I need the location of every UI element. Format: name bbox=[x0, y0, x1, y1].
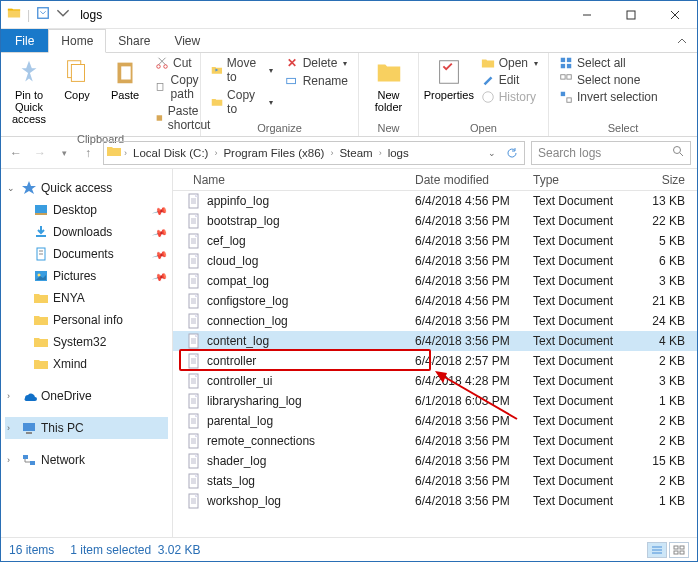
copy-button[interactable]: Copy bbox=[55, 55, 99, 103]
file-date: 6/4/2018 3:56 PM bbox=[409, 274, 527, 288]
breadcrumb[interactable]: Steam bbox=[335, 147, 376, 159]
svg-rect-11 bbox=[286, 78, 295, 83]
nav-this-pc[interactable]: › This PC bbox=[5, 417, 168, 439]
up-button[interactable]: ↑ bbox=[79, 144, 97, 162]
back-button[interactable]: ← bbox=[7, 144, 25, 162]
rename-button[interactable]: Rename bbox=[281, 73, 352, 89]
nav-onedrive[interactable]: › OneDrive bbox=[5, 385, 168, 407]
properties-button[interactable]: Properties bbox=[425, 55, 473, 103]
file-size: 2 KB bbox=[631, 414, 691, 428]
col-size[interactable]: Size bbox=[631, 173, 691, 187]
qat-dropdown-icon[interactable] bbox=[56, 6, 70, 23]
breadcrumb[interactable]: logs bbox=[384, 147, 413, 159]
column-headers[interactable]: Name Date modified Type Size bbox=[173, 169, 697, 191]
table-row[interactable]: appinfo_log6/4/2018 4:56 PMText Document… bbox=[173, 191, 697, 211]
forward-button[interactable]: → bbox=[31, 144, 49, 162]
view-details-button[interactable] bbox=[647, 542, 667, 558]
svg-rect-24 bbox=[35, 205, 47, 213]
sidebar-item[interactable]: Xmind bbox=[5, 353, 168, 375]
copy-to-button[interactable]: Copy to▾ bbox=[207, 87, 277, 117]
sidebar-item[interactable]: System32 bbox=[5, 331, 168, 353]
view-large-button[interactable] bbox=[669, 542, 689, 558]
minimize-button[interactable] bbox=[565, 1, 609, 29]
file-icon bbox=[187, 373, 201, 389]
table-row[interactable]: content_log6/4/2018 3:56 PMText Document… bbox=[173, 331, 697, 351]
file-size: 5 KB bbox=[631, 234, 691, 248]
search-input[interactable]: Search logs bbox=[531, 141, 691, 165]
table-row[interactable]: bootstrap_log6/4/2018 3:56 PMText Docume… bbox=[173, 211, 697, 231]
svg-point-8 bbox=[164, 65, 168, 69]
sidebar-item[interactable]: Personal info bbox=[5, 309, 168, 331]
sidebar-item[interactable]: Documents📌 bbox=[5, 243, 168, 265]
table-row[interactable]: remote_connections6/4/2018 3:56 PMText D… bbox=[173, 431, 697, 451]
file-icon bbox=[187, 473, 201, 489]
file-name: stats_log bbox=[207, 474, 255, 488]
table-row[interactable]: cef_log6/4/2018 3:56 PMText Document5 KB bbox=[173, 231, 697, 251]
open-button[interactable]: Open▾ bbox=[477, 55, 542, 71]
table-row[interactable]: connection_log6/4/2018 3:56 PMText Docum… bbox=[173, 311, 697, 331]
invert-selection-button[interactable]: Invert selection bbox=[555, 89, 662, 105]
table-row[interactable]: configstore_log6/4/2018 4:56 PMText Docu… bbox=[173, 291, 697, 311]
tab-file[interactable]: File bbox=[1, 29, 48, 52]
file-icon bbox=[187, 493, 201, 509]
nav-network[interactable]: › Network bbox=[5, 449, 168, 471]
breadcrumb[interactable]: Local Disk (C:) bbox=[129, 147, 212, 159]
file-type: Text Document bbox=[527, 454, 631, 468]
paste-button[interactable]: Paste bbox=[103, 55, 147, 103]
address-dropdown[interactable]: ⌄ bbox=[482, 147, 502, 159]
select-none-button[interactable]: Select none bbox=[555, 72, 662, 88]
nav-item-icon bbox=[33, 268, 49, 284]
col-name[interactable]: Name bbox=[173, 173, 409, 187]
table-row[interactable]: parental_log6/4/2018 3:56 PMText Documen… bbox=[173, 411, 697, 431]
pin-icon: 📌 bbox=[152, 202, 168, 218]
table-row[interactable]: controller_ui6/4/2018 4:28 PMText Docume… bbox=[173, 371, 697, 391]
nav-item-icon bbox=[33, 224, 49, 240]
file-icon bbox=[187, 213, 201, 229]
file-name: connection_log bbox=[207, 314, 288, 328]
tab-view[interactable]: View bbox=[162, 29, 212, 52]
maximize-button[interactable] bbox=[609, 1, 653, 29]
file-date: 6/4/2018 3:56 PM bbox=[409, 454, 527, 468]
new-folder-button[interactable]: New folder bbox=[365, 55, 412, 115]
nav-quick-access[interactable]: ⌄ Quick access bbox=[5, 177, 168, 199]
table-row[interactable]: workshop_log6/4/2018 3:56 PMText Documen… bbox=[173, 491, 697, 511]
col-date[interactable]: Date modified bbox=[409, 173, 527, 187]
svg-rect-34 bbox=[23, 455, 28, 459]
file-type: Text Document bbox=[527, 214, 631, 228]
breadcrumb[interactable]: Program Files (x86) bbox=[219, 147, 328, 159]
status-bar: 16 items 1 item selected 3.02 KB bbox=[1, 537, 697, 561]
table-row[interactable]: cloud_log6/4/2018 3:56 PMText Document6 … bbox=[173, 251, 697, 271]
table-row[interactable]: shader_log6/4/2018 3:56 PMText Document1… bbox=[173, 451, 697, 471]
sidebar-item[interactable]: Pictures📌 bbox=[5, 265, 168, 287]
svg-rect-0 bbox=[38, 8, 49, 19]
svg-rect-105 bbox=[674, 546, 678, 549]
file-type: Text Document bbox=[527, 474, 631, 488]
file-type: Text Document bbox=[527, 294, 631, 308]
pin-quick-access-button[interactable]: Pin to Quick access bbox=[7, 55, 51, 127]
select-all-button[interactable]: Select all bbox=[555, 55, 662, 71]
table-row[interactable]: stats_log6/4/2018 3:56 PMText Document2 … bbox=[173, 471, 697, 491]
table-row[interactable]: compat_log6/4/2018 3:56 PMText Document3… bbox=[173, 271, 697, 291]
ribbon-collapse-button[interactable] bbox=[667, 29, 697, 52]
file-size: 15 KB bbox=[631, 454, 691, 468]
address-bar[interactable]: › Local Disk (C:)› Program Files (x86)› … bbox=[103, 141, 525, 165]
qat-properties-icon[interactable] bbox=[36, 6, 50, 23]
sidebar-item[interactable]: ENYA bbox=[5, 287, 168, 309]
col-type[interactable]: Type bbox=[527, 173, 631, 187]
sidebar-item[interactable]: Desktop📌 bbox=[5, 199, 168, 221]
close-button[interactable] bbox=[653, 1, 697, 29]
file-type: Text Document bbox=[527, 354, 631, 368]
svg-rect-19 bbox=[567, 75, 571, 79]
edit-button[interactable]: Edit bbox=[477, 72, 542, 88]
tab-home[interactable]: Home bbox=[48, 29, 106, 53]
recent-dropdown[interactable]: ▾ bbox=[55, 144, 73, 162]
table-row[interactable]: librarysharing_log6/1/2018 6:03 PMText D… bbox=[173, 391, 697, 411]
tab-share[interactable]: Share bbox=[106, 29, 162, 52]
sidebar-item[interactable]: Downloads📌 bbox=[5, 221, 168, 243]
move-to-button[interactable]: Move to▾ bbox=[207, 55, 277, 85]
table-row[interactable]: controller6/4/2018 2:57 PMText Document2… bbox=[173, 351, 697, 371]
refresh-button[interactable] bbox=[502, 147, 522, 159]
file-date: 6/4/2018 4:56 PM bbox=[409, 194, 527, 208]
delete-button[interactable]: ✕Delete▾ bbox=[281, 55, 352, 71]
file-name: content_log bbox=[207, 334, 269, 348]
